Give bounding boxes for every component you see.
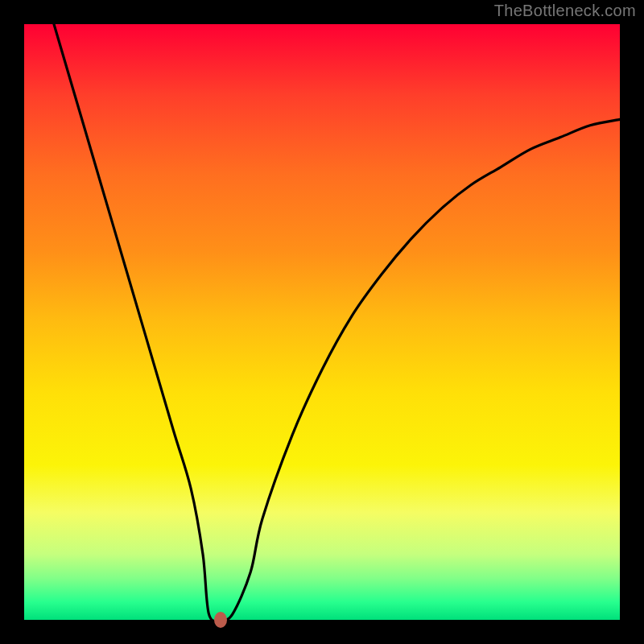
sweet-spot-marker — [214, 612, 227, 628]
watermark-text: TheBottleneck.com — [494, 2, 636, 20]
bottleneck-curve — [24, 24, 620, 620]
chart-plot-area — [24, 24, 620, 620]
